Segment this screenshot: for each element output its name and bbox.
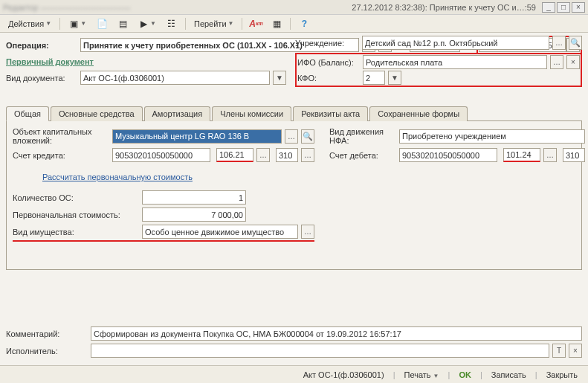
cost-label: Первоначальная стоимость:	[13, 210, 139, 219]
tb-icon-2[interactable]: 📄	[93, 17, 111, 30]
tb-icon-5[interactable]: ☷	[163, 17, 181, 30]
obj-input[interactable]: Музыкальный центр LG RAO 136 B	[112, 129, 282, 144]
search-icon: 🔍	[303, 132, 313, 141]
tb-icon-1[interactable]: ▣▼	[65, 17, 90, 30]
tab-general-body: Объект капитальных вложений: Музыкальный…	[6, 121, 582, 270]
ok-button[interactable]: OK	[454, 369, 476, 381]
titlebar: Редактор ——————————— 27.12.2012 8:32:38)…	[0, 0, 588, 15]
obj-more[interactable]: …	[285, 129, 298, 144]
titlebar-blur: Редактор ———————————	[3, 3, 130, 12]
qty-input[interactable]: 1	[142, 190, 246, 205]
tab-commission[interactable]: Члены комиссии	[212, 106, 291, 121]
ifo-more[interactable]: …	[550, 55, 563, 69]
tab-depreciation[interactable]: Амортизация	[144, 106, 211, 121]
comment-label: Комментарий:	[6, 329, 88, 338]
toolbar: Действия▼ ▣▼ 📄 ▤ ▶▼ ☷ Перейти▼ Aкт ▦ ?	[0, 15, 588, 33]
inst-input[interactable]: Детский сад №12 р.п. Октябрьский	[362, 36, 549, 50]
prop-label: Вид имущества:	[13, 228, 139, 236]
inst-more[interactable]: …	[552, 36, 566, 50]
ifo-input[interactable]: Родительская плата	[363, 55, 547, 69]
debit-sub-more[interactable]: …	[543, 148, 557, 162]
qty-label: Количество ОС:	[13, 193, 139, 202]
operation-value: Принятие к учету приобретенных ОС (101.X…	[83, 41, 303, 50]
obj-search[interactable]: 🔍	[301, 129, 314, 144]
doc-icon: 📄	[97, 19, 107, 29]
comment-input[interactable]: Сформирован из документа Покупка ОС, НМА…	[91, 326, 582, 341]
tree-icon: ☷	[167, 19, 177, 29]
minimize-button[interactable]: _	[542, 2, 555, 13]
prop-input[interactable]: Особо ценное движимое имущество	[142, 225, 298, 239]
tb-icon-6[interactable]: Aкт	[247, 17, 265, 30]
footer: Акт ОС-1(ф.0306001) | Печать ▼ | OK | За…	[0, 365, 588, 383]
help-button[interactable]: ?	[295, 17, 313, 30]
ak-icon: Aкт	[251, 19, 261, 29]
prop-more[interactable]: …	[301, 225, 314, 239]
credit-sub-input[interactable]: 106.21	[216, 148, 253, 162]
close-window-button[interactable]: ×	[572, 2, 585, 13]
tab-fixed-assets[interactable]: Основные средства	[51, 106, 143, 121]
search-icon: 🔍	[570, 38, 581, 48]
folder-icon: ▤	[117, 19, 128, 29]
actions-menu[interactable]: Действия▼	[4, 17, 55, 30]
inst-search[interactable]: 🔍	[569, 36, 582, 50]
exec-t[interactable]: T	[552, 344, 566, 358]
play-icon: ▶	[138, 19, 149, 29]
cascade-icon: ▣	[68, 19, 79, 29]
save-button[interactable]: Записать	[487, 369, 531, 381]
close-button[interactable]: Закрыть	[542, 369, 582, 381]
obj-label: Объект капитальных вложений:	[13, 127, 109, 145]
debit-ext-input[interactable]: 310	[563, 148, 585, 162]
tb-icon-3[interactable]: ▤	[114, 17, 132, 30]
doc-type-input[interactable]: Акт ОС-1(ф.0306001)	[80, 71, 270, 85]
cost-input[interactable]: 7 000,00	[142, 207, 246, 222]
credit-ext-more[interactable]: …	[301, 148, 314, 162]
move-label: Вид движения НФА:	[329, 127, 396, 145]
credit-ext-input[interactable]: 310	[276, 148, 298, 162]
tab-general[interactable]: Общая	[6, 106, 49, 121]
operation-label: Операция:	[6, 41, 77, 50]
exec-input[interactable]	[91, 344, 549, 358]
ifo-label: ИФО (Баланс):	[297, 58, 360, 67]
exec-label: Исполнитель:	[6, 347, 88, 355]
kfo-input[interactable]: 2	[363, 71, 385, 85]
credit-sub-more[interactable]: …	[256, 148, 270, 162]
credit-label: Счет кредита:	[13, 151, 109, 160]
list-icon: ▦	[271, 19, 282, 29]
tb-icon-7[interactable]: ▦	[268, 17, 285, 30]
ifo-clear[interactable]: ×	[566, 55, 580, 69]
calc-initial-cost-link[interactable]: Рассчитать первоначальную стоимость	[42, 173, 193, 181]
debit-sub-input[interactable]: 101.24	[503, 148, 540, 162]
print-button[interactable]: Печать ▼	[400, 369, 444, 381]
goto-menu[interactable]: Перейти▼	[190, 17, 238, 30]
debit-label: Счет дебета:	[329, 151, 396, 160]
doc-type-label: Вид документа:	[6, 74, 77, 83]
exec-clear[interactable]: ×	[569, 344, 582, 358]
credit-acc-input[interactable]: 90530201050050000	[112, 148, 210, 162]
maximize-button[interactable]: □	[557, 2, 570, 13]
footer-act[interactable]: Акт ОС-1(ф.0306001)	[299, 369, 389, 381]
tb-icon-4[interactable]: ▶▼	[135, 17, 160, 30]
move-input[interactable]: Приобретено учреждением	[399, 129, 585, 144]
tab-act-details[interactable]: Реквизиты акта	[293, 106, 368, 121]
titlebar-text: 27.12.2012 8:32:38): Принятие к учету ОС…	[352, 3, 536, 12]
inst-label: Учреждение:	[295, 39, 359, 48]
tab-saved-forms[interactable]: Сохраненные формы	[369, 106, 468, 121]
doc-type-dd[interactable]: ▼	[273, 71, 286, 85]
kfo-dd[interactable]: ▼	[388, 71, 401, 85]
debit-acc-input[interactable]: 90530201050050000	[399, 148, 497, 162]
help-icon: ?	[299, 19, 309, 29]
kfo-label: КФО:	[297, 74, 360, 83]
tabs: Общая Основные средства Амортизация Член…	[6, 106, 582, 121]
